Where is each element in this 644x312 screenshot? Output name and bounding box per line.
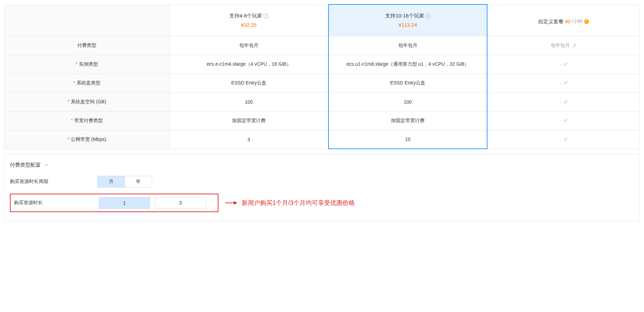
required-star: * [73,80,75,86]
warning-icon[interactable]: ! [584,19,589,24]
billing-config-section: 付费类型配置 购买资源时长周期 月 年 购买资源时长 1 3 新用户购买1个月/… [4,154,640,221]
plan2-price: ¥113.24 [333,22,483,28]
plan1-sys-disk-type: ESSD Entry云盘 [170,74,328,92]
duration-highlight-box: 购买资源时长 1 3 [10,194,218,212]
row-label-sys-disk-type: 系统盘类型 [77,80,100,86]
section-header[interactable]: 付费类型配置 [10,162,634,168]
duration-label: 购买资源时长 [14,200,99,206]
section-title: 付费类型配置 [10,162,41,168]
plan1-title: 支持4-8个玩家 [229,13,263,19]
plan1-bw-billing: 按固定带宽计费 [170,111,328,130]
plan1-billing-type: 包年包月 [170,36,328,55]
custom-sys-disk-size-edit[interactable]: - [559,99,568,105]
row-label-billing-type: 付费类型 [77,42,96,48]
plan1-header[interactable]: 支持4-8个玩家 i ¥32.25 [170,4,328,36]
required-star: * [68,99,69,104]
custom-bw-billing-edit[interactable]: - [559,118,568,124]
plan1-instance-type: ecs.e-c1m4.xlarge（4 vCPU，16 GiB） [170,55,328,74]
edit-icon [563,100,568,104]
plan2-sys-disk-type: ESSD Entry云盘 [328,74,487,92]
row-label-sys-disk-size: 系统盘空间 (GB) [71,99,106,104]
edit-icon [572,43,577,48]
required-star: * [76,61,77,67]
duration-toggle: 1 3 [99,197,206,209]
duration-1-button[interactable]: 1 [99,197,150,209]
edit-icon [563,62,568,67]
edit-icon [563,81,568,86]
period-cycle-month-button[interactable]: 月 [97,176,125,187]
plan1-sys-disk-size: 100 [170,92,328,111]
info-icon[interactable]: i [426,14,430,18]
edit-icon [563,118,568,123]
custom-public-bw-edit[interactable]: - [559,137,568,142]
chevron-up-icon [44,163,48,167]
period-cycle-toggle: 月 年 [97,176,152,187]
plan2-header-selected[interactable]: 支持10-16个玩家 i ¥113.24 [328,4,487,36]
custom-plan-title: 自定义套餐 [538,18,564,25]
required-star: * [68,136,69,142]
custom-plan-header[interactable]: 自定义套餐 ¥0 /小时 ! [487,4,640,36]
plan1-public-bw: 3 [170,130,328,149]
period-cycle-year-button[interactable]: 年 [125,176,152,187]
period-cycle-label: 购买资源时长周期 [10,179,97,185]
plan2-billing-type: 包年包月 [328,36,487,55]
plan2-instance-type: ecs.u1-c1m8.xlarge（通用算力型 u1，4 vCPU，32 Gi… [328,55,487,74]
custom-plan-price: ¥0 [565,19,571,24]
plan-comparison-table: 支持4-8个玩家 i ¥32.25 支持10-16个玩家 i ¥113.24 自… [4,4,640,149]
plan2-sys-disk-size: 100 [328,92,487,111]
duration-3-button[interactable]: 3 [155,197,206,209]
info-icon[interactable]: i [264,14,268,18]
promo-note-text: 新用户购买1个月/3个月均可享受优惠价格 [242,199,355,207]
plan2-bw-billing: 按固定带宽计费 [328,111,487,130]
empty-header-cell [4,4,170,36]
required-star: * [71,118,72,123]
plan2-title: 支持10-16个玩家 [385,13,424,19]
arrow-right-icon [225,203,237,203]
row-label-bw-billing: 带宽付费类型 [74,118,103,123]
custom-billing-type-edit[interactable]: 包年包月 [551,42,577,49]
row-label-public-bw: 公网带宽 (Mbps) [71,136,106,142]
custom-plan-price-unit: /小时 [572,18,583,25]
plan2-public-bw: 10 [328,130,487,149]
promo-annotation: 新用户购买1个月/3个月均可享受优惠价格 [225,199,355,207]
custom-instance-type-edit[interactable]: - [559,62,568,67]
plan1-price: ¥32.25 [174,22,324,28]
edit-icon [563,137,568,142]
row-label-instance-type: 实例类型 [79,61,98,67]
custom-sys-disk-type-edit[interactable]: - [559,80,568,86]
